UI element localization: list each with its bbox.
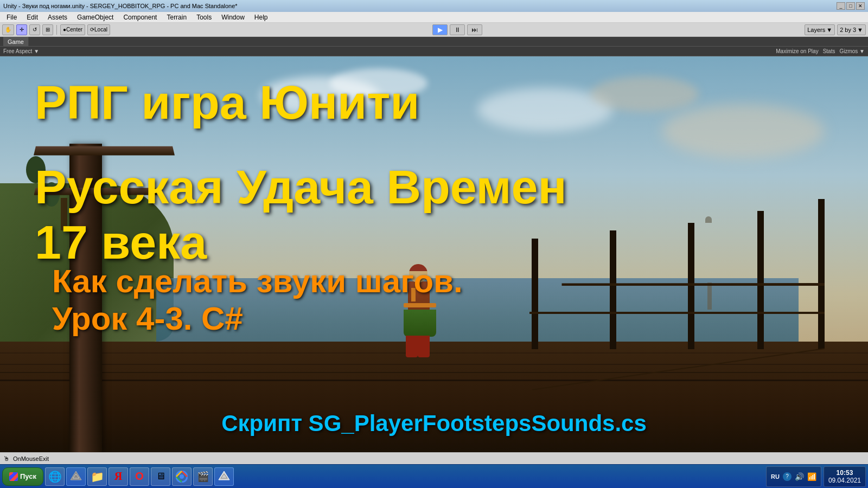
- menu-edit[interactable]: Edit: [22, 13, 42, 22]
- pillar-beam-2: [34, 188, 157, 195]
- scale-tool-button[interactable]: ⊞: [42, 24, 53, 35]
- game-tab[interactable]: Game: [3, 37, 29, 46]
- local-icon: ⟳: [90, 27, 94, 33]
- fence-post-5: [532, 239, 538, 349]
- menu-tools[interactable]: Tools: [192, 13, 216, 22]
- local-button[interactable]: ⟳ Local: [87, 24, 110, 35]
- clock-time: 10:53: [837, 469, 853, 477]
- svg-marker-4: [219, 471, 229, 480]
- tree-trunk-1: [61, 198, 67, 230]
- step-button[interactable]: ⏭: [467, 24, 482, 35]
- taskbar-opera-icon[interactable]: O: [130, 467, 149, 486]
- opera-icon: O: [135, 470, 144, 483]
- maximize-on-play-button[interactable]: Maximize on Play: [776, 48, 818, 54]
- title-bar: Unity - Звуки под ногами.unity - SERGEY_…: [0, 0, 868, 12]
- menu-terrain[interactable]: Terrain: [162, 13, 191, 22]
- char-strap: [411, 288, 416, 301]
- taskbar-chrome-icon[interactable]: [172, 467, 192, 486]
- menu-file[interactable]: File: [2, 13, 21, 22]
- hand-tool-button[interactable]: ✋: [2, 24, 14, 35]
- cloud-5: [662, 104, 825, 158]
- move-tool-button[interactable]: ✛: [16, 24, 27, 35]
- distant-tower-top: [705, 216, 712, 223]
- maximize-button[interactable]: □: [846, 2, 855, 10]
- free-aspect-button[interactable]: Free Aspect ▼: [3, 48, 39, 54]
- media-player-icon: 🎬: [197, 471, 209, 483]
- plank-line-2: [0, 372, 868, 373]
- status-message: OnMouseExit: [13, 455, 49, 462]
- distant-tower: [707, 282, 712, 310]
- stats-button[interactable]: Stats: [823, 48, 835, 54]
- start-label: Пуск: [20, 472, 36, 480]
- taskbar-network-icon[interactable]: 🖥: [151, 467, 170, 486]
- fence-post-1: [818, 199, 825, 349]
- menu-help[interactable]: Help: [250, 13, 272, 22]
- start-button[interactable]: Пуск: [2, 467, 43, 486]
- pause-button[interactable]: ⏸: [450, 24, 465, 35]
- network-icon: 🖥: [156, 471, 165, 482]
- taskbar-right: RU ? 🔊 📶 10:53 09.04.2021: [766, 466, 866, 487]
- taskbar-ie-icon[interactable]: 🌐: [45, 467, 65, 486]
- tree-crown-1: [26, 156, 46, 183]
- aspect-arrow-icon: ▼: [34, 48, 39, 54]
- mouse-icon: 🖱: [3, 455, 10, 463]
- language-indicator: RU: [771, 473, 780, 480]
- taskbar-yandex-icon[interactable]: Я: [108, 467, 128, 486]
- window-title: Unity - Звуки под ногами.unity - SERGEY_…: [3, 3, 238, 9]
- window-controls: _ □ ✕: [837, 2, 865, 10]
- toolbar-separator-1: [56, 25, 57, 35]
- free-aspect-label: Free Aspect: [3, 48, 32, 54]
- yandex-browser-icon: Я: [114, 470, 122, 483]
- taskbar-media-icon[interactable]: 🎬: [193, 467, 213, 486]
- taskbar-folder-icon[interactable]: 📁: [87, 467, 107, 486]
- play-button[interactable]: ▶: [432, 24, 448, 35]
- chrome-logo-icon: [176, 471, 188, 483]
- dropdown-arrow-icon: ▼: [826, 27, 832, 33]
- gv-right: Maximize on Play Stats Gizmos ▼: [776, 48, 865, 54]
- toolbar-center: ▶ ⏸ ⏭: [112, 24, 802, 35]
- center-button[interactable]: ● Center: [60, 24, 85, 35]
- fence-post-3: [688, 223, 694, 350]
- local-label: Local: [94, 27, 107, 33]
- close-button[interactable]: ✕: [856, 2, 865, 10]
- clock[interactable]: 10:53 09.04.2021: [824, 466, 866, 487]
- windows-flag-icon: [9, 472, 18, 481]
- layers-label: Layers: [807, 27, 825, 33]
- fence-post-2: [757, 211, 764, 350]
- unity-logo-icon: [69, 470, 82, 483]
- minimize-button[interactable]: _: [837, 2, 845, 10]
- pillar-beam-1: [34, 146, 175, 155]
- speaker-tray-icon: 🔊: [795, 472, 804, 481]
- menu-assets[interactable]: Assets: [43, 13, 72, 22]
- svg-point-3: [180, 474, 184, 479]
- gv-left: Free Aspect ▼: [3, 48, 39, 54]
- char-legs-cover: [404, 310, 436, 337]
- taskbar: Пуск 🌐 📁 Я O 🖥 🎬: [0, 464, 868, 488]
- bridge-floor: [0, 342, 868, 452]
- taskbar-unity2-icon[interactable]: [214, 467, 234, 486]
- layers-dropdown[interactable]: Layers ▼: [805, 24, 835, 35]
- cloud-4: [590, 76, 699, 112]
- menu-gameobject[interactable]: GameObject: [73, 13, 118, 22]
- char-leg-left: [406, 336, 418, 357]
- clock-date: 09.04.2021: [828, 477, 861, 484]
- menu-window[interactable]: Window: [217, 13, 249, 22]
- game-viewport: РПГ игра Юнити Русская Удача Времен17 ве…: [0, 56, 868, 452]
- game-view-header: Game: [0, 37, 868, 47]
- char-hat: [409, 264, 427, 272]
- system-tray[interactable]: RU ? 🔊 📶: [766, 466, 821, 487]
- help-tray-icon: ?: [783, 472, 792, 481]
- gizmos-button[interactable]: Gizmos ▼: [839, 48, 865, 54]
- folder-icon: 📁: [91, 470, 104, 483]
- status-bar: 🖱 OnMouseExit: [0, 452, 868, 464]
- plank-line-3: [0, 364, 868, 365]
- cloud-2: [330, 68, 427, 98]
- rotate-tool-button[interactable]: ↺: [29, 24, 40, 35]
- toolbar: ✋ ✛ ↺ ⊞ ● Center ⟳ Local ▶ ⏸ ⏭ Layers ▼ …: [0, 23, 868, 37]
- character: [399, 249, 443, 357]
- unity-logo2-icon: [218, 470, 231, 483]
- taskbar-unity-icon[interactable]: [66, 467, 86, 486]
- layout-dropdown[interactable]: 2 by 3 ▼: [837, 24, 866, 35]
- menu-component[interactable]: Component: [119, 13, 161, 22]
- layout-label: 2 by 3: [840, 27, 856, 33]
